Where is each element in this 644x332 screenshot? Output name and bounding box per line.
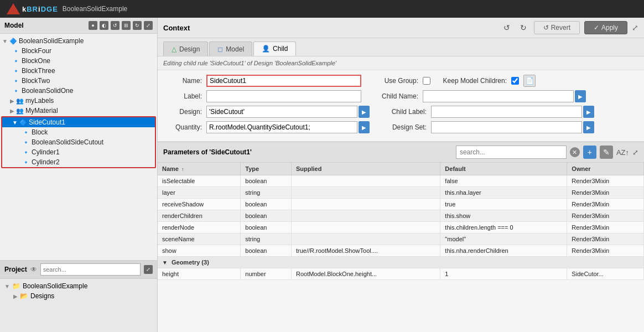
cell-owner-2: Render3Mixin bbox=[567, 187, 644, 199]
visible-icon[interactable]: ● bbox=[89, 21, 97, 30]
add-param-button[interactable]: + bbox=[583, 146, 596, 159]
quantity-field-group: ▶ bbox=[206, 121, 370, 133]
cell-default-2: this.nha.layer bbox=[440, 187, 567, 199]
model-tree: ▼ 🔷 BooleanSolidExample 🔹 BlockFour 🔹 Bl… bbox=[0, 34, 157, 260]
design-input[interactable] bbox=[206, 106, 357, 118]
table-row: receiveShadow boolean true Render3Mixin bbox=[158, 199, 644, 210]
cell-default-3: true bbox=[440, 199, 567, 210]
child-label-input[interactable] bbox=[431, 106, 582, 118]
tree-item-label-Cylinder1: Cylinder1 bbox=[32, 148, 60, 156]
project-title: Project bbox=[4, 266, 27, 273]
quantity-btn[interactable]: ▶ bbox=[359, 121, 370, 133]
redo-button[interactable]: ↻ bbox=[517, 22, 529, 34]
project-expand-icon[interactable]: ⤢ bbox=[144, 265, 153, 274]
use-group-checkbox[interactable] bbox=[423, 77, 430, 85]
refresh-model-icon[interactable]: ↻ bbox=[133, 21, 142, 30]
design-set-field-group: ▶ bbox=[431, 121, 594, 133]
child-label-btn[interactable]: ▶ bbox=[583, 106, 594, 118]
table-row: isSelectable boolean false Render3Mixin bbox=[158, 175, 644, 187]
project-search-input[interactable] bbox=[40, 263, 141, 276]
halfview-icon[interactable]: ◐ bbox=[100, 21, 108, 30]
cell-supplied-5 bbox=[291, 222, 440, 234]
editing-info-text: Editing child rule 'SideCutout1' of Desi… bbox=[163, 60, 336, 66]
child-name-input[interactable] bbox=[423, 90, 574, 102]
tab-design-label: Design bbox=[179, 45, 200, 53]
search-clear-button[interactable]: ✕ bbox=[570, 147, 580, 157]
design-btn[interactable]: ▶ bbox=[359, 106, 370, 118]
design-set-input[interactable] bbox=[431, 121, 582, 133]
proj-item-designs[interactable]: ▶ 📂 Designs bbox=[4, 291, 153, 301]
project-eye-icon[interactable]: 👁 bbox=[30, 266, 37, 273]
tree-item-BlockOne[interactable]: 🔹 BlockOne bbox=[0, 56, 157, 66]
name-input[interactable] bbox=[206, 75, 361, 87]
params-data-table: Name ↑ Type Supplied Default Owner isSel… bbox=[158, 163, 644, 280]
form-right-name: Use Group: Keep Model Children: 📄 bbox=[366, 75, 638, 87]
tree-item-Cylinder1[interactable]: 🔹 Cylinder1 bbox=[2, 147, 155, 157]
design-form-label: Design: bbox=[163, 108, 202, 116]
tree-item-myLabels[interactable]: ▶ 👥 myLabels bbox=[0, 96, 157, 106]
cell-name-5: renderNode bbox=[158, 222, 241, 234]
root-folder-icon: 🔷 bbox=[9, 38, 17, 45]
cell-geo-name: height bbox=[158, 268, 241, 280]
cell-name-1: isSelectable bbox=[158, 175, 241, 187]
tree-item-label-MyMaterial: MyMaterial bbox=[25, 107, 58, 115]
proj-designs-icon: 📂 bbox=[20, 292, 28, 300]
tree-item-label-BlockFour: BlockFour bbox=[22, 47, 51, 55]
doc-button-1[interactable]: 📄 bbox=[523, 75, 536, 87]
sort-arrow-name: ↑ bbox=[181, 167, 184, 172]
quantity-input[interactable] bbox=[206, 121, 357, 133]
col-supplied[interactable]: Supplied bbox=[291, 163, 440, 175]
proj-item-label-designs: Designs bbox=[30, 292, 54, 300]
label-input[interactable] bbox=[206, 90, 361, 102]
tree-item-Cylinder2[interactable]: 🔹 Cylinder2 bbox=[2, 157, 155, 167]
undo-button[interactable]: ↺ bbox=[501, 22, 513, 34]
expand-params-icon[interactable]: ⤢ bbox=[632, 148, 638, 157]
brand-text: kBRiDGE bbox=[22, 5, 58, 13]
col-type[interactable]: Type bbox=[241, 163, 292, 175]
col-name[interactable]: Name ↑ bbox=[158, 163, 241, 175]
tree-item-BlockThree[interactable]: 🔹 BlockThree bbox=[0, 66, 157, 76]
cell-default-7: this.nha.renderChildren bbox=[440, 245, 567, 257]
params-actions: ✕ + ✎ AZ↑ ⤢ bbox=[456, 146, 638, 159]
form-row-quantity: Quantity: ▶ Design Set: ▶ bbox=[163, 121, 638, 133]
tree-item-MyMaterial[interactable]: ▶ 👥 MyMaterial bbox=[0, 106, 157, 116]
design-set-btn[interactable]: ▶ bbox=[583, 121, 594, 133]
cell-type-1: boolean bbox=[241, 175, 292, 187]
tab-child[interactable]: 👤 Child bbox=[253, 42, 296, 56]
params-search-input[interactable] bbox=[456, 146, 567, 159]
project-tree: ▼ 📁 BooleanSolidExample ▶ 📂 Designs bbox=[0, 279, 157, 303]
expand-model-icon[interactable]: ⤢ bbox=[144, 21, 153, 30]
project-panel: Project 👁 ⤢ ▼ 📁 BooleanSolidExample ▶ 📂 … bbox=[0, 260, 157, 332]
context-expand-icon[interactable]: ⤢ bbox=[632, 23, 638, 32]
sort-az-button[interactable]: AZ↑ bbox=[616, 148, 629, 157]
edit-param-button[interactable]: ✎ bbox=[600, 146, 613, 159]
tree-item-label-BooleanSolidSideCutout: BooleanSolidSideCutout bbox=[32, 138, 103, 146]
col-default[interactable]: Default bbox=[440, 163, 567, 175]
design-set-label: Design Set: bbox=[374, 123, 427, 131]
apply-button[interactable]: ✓ Apply bbox=[584, 21, 627, 34]
tree-item-BlockFour[interactable]: 🔹 BlockFour bbox=[0, 46, 157, 56]
add-model-icon[interactable]: ⊞ bbox=[122, 21, 131, 30]
keep-model-children-checkbox[interactable] bbox=[511, 77, 519, 85]
tab-design[interactable]: △ Design bbox=[163, 42, 208, 56]
child-name-field-group: ▶ bbox=[423, 90, 586, 102]
proj-item-root[interactable]: ▼ 📁 BooleanSolidExample bbox=[4, 281, 153, 291]
undo-model-icon[interactable]: ↺ bbox=[111, 21, 120, 30]
params-header: Parameters of 'SideCutout1' ✕ + ✎ AZ↑ ⤢ bbox=[158, 142, 644, 163]
tree-item-BlockTwo[interactable]: 🔹 BlockTwo bbox=[0, 76, 157, 86]
tree-item-root[interactable]: ▼ 🔷 BooleanSolidExample bbox=[0, 36, 157, 46]
name-label: Name: bbox=[163, 77, 202, 85]
tab-model[interactable]: ◻ Model bbox=[209, 42, 252, 56]
tree-item-SideCutout1[interactable]: ▼ 🔷 SideCutout1 bbox=[2, 117, 155, 127]
tree-item-BooleanSolidSideCutout[interactable]: 🔹 BooleanSolidSideCutout bbox=[2, 137, 155, 147]
section-label-geometry: ▼ Geometry (3) bbox=[158, 257, 644, 268]
block-icon-5: 🔹 bbox=[12, 87, 20, 95]
child-name-btn[interactable]: ▶ bbox=[575, 90, 586, 102]
proj-expand-designs-icon: ▶ bbox=[13, 293, 18, 299]
col-owner[interactable]: Owner bbox=[567, 163, 644, 175]
revert-button[interactable]: ↺ Revert bbox=[534, 21, 580, 34]
tree-item-BooleanSolidOne[interactable]: 🔹 BooleanSolidOne bbox=[0, 86, 157, 96]
section-row-geometry[interactable]: ▼ Geometry (3) bbox=[158, 257, 644, 268]
design-field-group: ▶ bbox=[206, 106, 370, 118]
tree-item-Block[interactable]: 🔹 Block bbox=[2, 127, 155, 137]
